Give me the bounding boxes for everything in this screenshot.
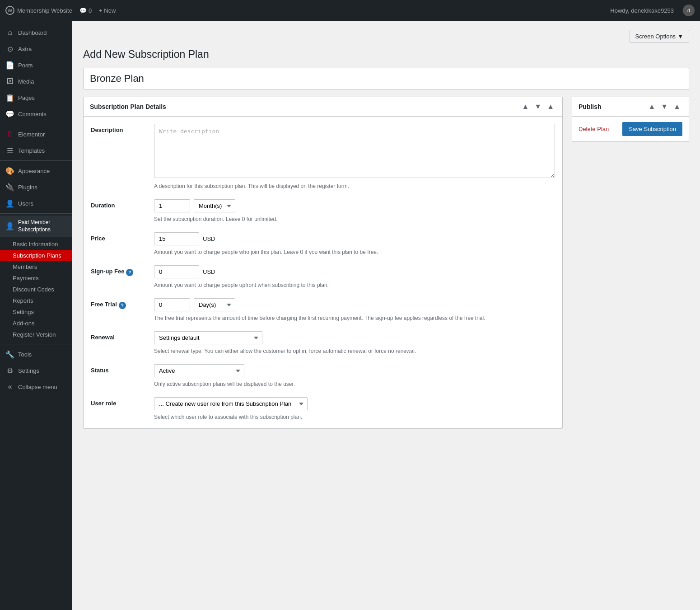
signup-fee-input[interactable] <box>154 265 199 278</box>
meta-box-collapse-up-btn[interactable]: ▲ <box>520 102 531 112</box>
sidebar-item-plugins[interactable]: 🔌 Plugins <box>0 179 72 195</box>
dashboard-icon: ⌂ <box>5 28 14 37</box>
media-icon: 🖼 <box>5 77 14 86</box>
duration-unit-select[interactable]: Day(s) Week(s) Month(s) Year(s) <box>194 199 235 212</box>
howdy-text: Howdy, denekikake9253 <box>610 7 674 14</box>
price-row: Price USD Amount you want to charge peop… <box>91 232 555 256</box>
posts-icon: 📄 <box>5 61 14 70</box>
site-name-link[interactable]: W Membership Website <box>5 6 72 15</box>
save-subscription-button[interactable]: Save Subscription <box>622 122 682 136</box>
sidebar-item-subscription-plans[interactable]: Subscription Plans <box>0 250 72 261</box>
signup-fee-help-icon: ? <box>126 269 133 276</box>
free-trial-label: Free Trial ? <box>91 298 154 309</box>
sidebar-item-users[interactable]: 👤 Users <box>0 195 72 211</box>
meta-box-title: Subscription Plan Details <box>90 103 166 110</box>
user-role-select[interactable]: ... Create new user role from this Subsc… <box>154 397 308 410</box>
meta-box-close-btn[interactable]: ▲ <box>545 102 556 112</box>
renewal-select[interactable]: Settings default Allow customer opt-in F… <box>154 331 262 344</box>
svg-text:W: W <box>8 8 13 13</box>
templates-icon: ☰ <box>5 146 14 155</box>
publish-down-btn[interactable]: ▼ <box>659 102 670 112</box>
sidebar-item-settings[interactable]: Settings <box>0 306 72 318</box>
description-row: Description A description for this subsc… <box>91 124 555 190</box>
publish-up-btn[interactable]: ▲ <box>646 102 657 112</box>
sidebar-item-reports[interactable]: Reports <box>0 295 72 306</box>
sidebar-item-elementor[interactable]: E Elementor <box>0 126 72 142</box>
free-trial-input[interactable] <box>154 298 190 311</box>
comment-icon: 💬 <box>79 7 87 14</box>
sidebar-item-settings-main[interactable]: ⚙ Settings <box>0 362 72 379</box>
price-label: Price <box>91 232 154 242</box>
sidebar-item-add-ons[interactable]: Add-ons <box>0 318 72 329</box>
duration-input[interactable] <box>154 199 190 212</box>
price-currency: USD <box>203 235 215 242</box>
publish-close-btn[interactable]: ▲ <box>672 102 682 112</box>
renewal-field: Settings default Allow customer opt-in F… <box>154 331 555 355</box>
sidebar-item-payments[interactable]: Payments <box>0 272 72 284</box>
sidebar-item-pages[interactable]: 📋 Pages <box>0 89 72 106</box>
sidebar-item-register-version[interactable]: Register Version <box>0 329 72 340</box>
sidebar-submenu: Basic Information Subscription Plans Mem… <box>0 237 72 342</box>
sidebar-item-collapse[interactable]: « Collapse menu <box>0 379 72 395</box>
plugins-icon: 🔌 <box>5 183 14 192</box>
status-field: Active Inactive Only active subscription… <box>154 364 555 388</box>
sidebar-item-basic-info[interactable]: Basic Information <box>0 239 72 250</box>
sidebar-item-discount-codes[interactable]: Discount Codes <box>0 284 72 295</box>
sidebar-item-dashboard[interactable]: ⌂ Dashboard <box>0 24 72 41</box>
description-label: Description <box>91 124 154 133</box>
sidebar-item-tools[interactable]: 🔧 Tools <box>0 346 72 362</box>
publish-header: Publish ▲ ▼ ▲ <box>572 97 689 117</box>
publish-body: Delete Plan Save Subscription <box>572 117 689 141</box>
avatar: d <box>683 5 695 16</box>
wordpress-icon: W <box>5 6 14 15</box>
price-input[interactable] <box>154 232 199 245</box>
free-trial-unit-select[interactable]: Day(s) Week(s) Month(s) <box>194 298 235 311</box>
new-link[interactable]: + New <box>99 7 116 14</box>
renewal-row: Renewal Settings default Allow customer … <box>91 331 555 355</box>
publish-box: Publish ▲ ▼ ▲ Delete Plan Save Subscript… <box>572 97 689 142</box>
elementor-icon: E <box>5 130 14 139</box>
free-trial-help-icon: ? <box>119 302 126 309</box>
subscription-plan-details-box: Subscription Plan Details ▲ ▼ ▲ Descript… <box>83 97 563 429</box>
appearance-icon: 🎨 <box>5 166 14 175</box>
side-panel: Publish ▲ ▼ ▲ Delete Plan Save Subscript… <box>572 97 689 436</box>
tools-icon: 🔧 <box>5 350 14 359</box>
renewal-label: Renewal <box>91 331 154 341</box>
plan-title-input[interactable] <box>83 68 689 89</box>
status-row: Status Active Inactive Only active subsc… <box>91 364 555 388</box>
signup-fee-field: USD Amount you want to charge people upf… <box>154 265 555 289</box>
sidebar: ⌂ Dashboard ⊙ Astra 📄 Posts 🖼 Media 📋 Pa… <box>0 21 72 610</box>
description-textarea[interactable] <box>154 124 555 178</box>
duration-label: Duration <box>91 199 154 209</box>
status-help: Only active subscription plans will be d… <box>154 380 555 388</box>
sidebar-item-members[interactable]: Members <box>0 261 72 272</box>
sidebar-item-comments[interactable]: 💬 Comments <box>0 106 72 122</box>
chevron-down-icon: ▼ <box>677 33 683 40</box>
paid-member-icon: 👤 <box>5 222 14 231</box>
free-trial-field: Day(s) Week(s) Month(s) The free trial r… <box>154 298 555 322</box>
signup-fee-row: Sign-up Fee ? USD Amount you want to cha… <box>91 265 555 289</box>
meta-box-collapse-down-btn[interactable]: ▼ <box>532 102 543 112</box>
sidebar-item-appearance[interactable]: 🎨 Appearance <box>0 163 72 179</box>
status-select[interactable]: Active Inactive <box>154 364 244 377</box>
screen-options-bar: Screen Options ▼ <box>83 30 689 43</box>
sidebar-item-media[interactable]: 🖼 Media <box>0 73 72 89</box>
sidebar-item-posts[interactable]: 📄 Posts <box>0 57 72 73</box>
sidebar-item-astra[interactable]: ⊙ Astra <box>0 41 72 57</box>
collapse-icon: « <box>5 382 14 391</box>
signup-fee-help: Amount you want to charge people upfront… <box>154 281 555 289</box>
comments-icon: 💬 <box>5 109 14 118</box>
price-help: Amount you want to charge people who joi… <box>154 248 555 256</box>
meta-box-controls: ▲ ▼ ▲ <box>520 102 556 112</box>
publish-controls: ▲ ▼ ▲ <box>646 102 682 112</box>
meta-box-header: Subscription Plan Details ▲ ▼ ▲ <box>84 97 562 117</box>
comments-link[interactable]: 💬 0 <box>79 7 92 14</box>
delete-plan-link[interactable]: Delete Plan <box>579 126 609 132</box>
screen-options-button[interactable]: Screen Options ▼ <box>630 30 689 43</box>
site-title: Membership Website <box>17 7 72 14</box>
free-trial-row: Free Trial ? Day(s) Week(s) Month(s) <box>91 298 555 322</box>
sidebar-item-paid-member[interactable]: 👤 Paid Member Subscriptions <box>0 216 72 237</box>
duration-row: Duration Day(s) Week(s) Month(s) Year(s) <box>91 199 555 223</box>
sidebar-item-templates[interactable]: ☰ Templates <box>0 142 72 159</box>
user-role-row: User role ... Create new user role from … <box>91 397 555 421</box>
